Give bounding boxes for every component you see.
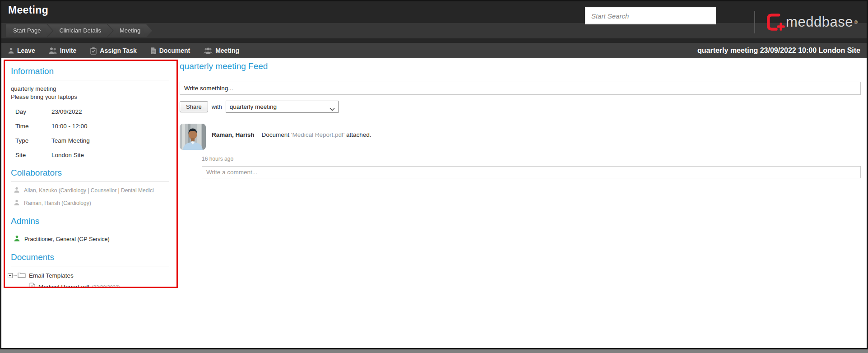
logo-divider <box>754 11 755 33</box>
two-person-icon <box>49 47 57 54</box>
field-type: Type Team Meeting <box>15 137 176 144</box>
file-icon <box>28 283 38 288</box>
field-site: Site London Site <box>15 152 176 158</box>
feed-message-document-link[interactable]: 'Medical Report.pdf' <box>291 131 344 138</box>
share-button[interactable]: Share <box>180 101 208 112</box>
feed-message-prefix: Document <box>262 131 291 138</box>
field-type-value: Team Meeting <box>51 137 90 144</box>
avatar <box>180 124 206 150</box>
breadcrumb-clinician-details[interactable]: Clinician Details <box>47 24 112 37</box>
content-area: Information quarterly meeting Please bri… <box>1 58 867 348</box>
person-icon <box>14 186 20 195</box>
documents-tree: Email Templates Medical Report.pdf (22/0… <box>11 272 176 288</box>
information-heading: Information <box>11 65 169 80</box>
admin-name: Practitioner, General (GP Service) <box>24 236 110 242</box>
assign-task-button[interactable]: Assign Task <box>90 47 136 55</box>
group-icon <box>204 47 213 54</box>
app-window: Meeting Start Page Clinician Details Mee… <box>0 0 868 353</box>
breadcrumb-start-page[interactable]: Start Page <box>6 24 52 37</box>
meddbase-logo-icon <box>765 12 786 33</box>
share-audience-select-wrap: quarterly meeting <box>226 101 339 113</box>
document-icon <box>150 47 157 55</box>
feed-message-suffix: attached. <box>344 131 371 138</box>
meeting-fields: Day 23/09/2022 Time 10:00 - 12:00 Type T… <box>15 108 176 158</box>
meeting-context-label: quarterly meeting 23/09/2022 10:00 Londo… <box>697 46 860 55</box>
invite-button[interactable]: Invite <box>49 47 77 54</box>
app-frame: Meeting Start Page Clinician Details Mee… <box>0 0 868 349</box>
brand-registered-mark: ® <box>854 19 858 25</box>
breadcrumb-meeting[interactable]: Meeting <box>108 24 152 37</box>
tree-file-row[interactable]: Medical Report.pdf (22/09/2022) <box>28 283 176 288</box>
field-day: Day 23/09/2022 <box>15 108 176 115</box>
feed-item-timestamp: 16 hours ago <box>202 156 861 162</box>
tree-folder-label[interactable]: Email Templates <box>29 272 74 279</box>
action-toolbar: Leave Invite Assign Task Document <box>1 43 867 58</box>
collaborator-row: Raman, Harish (Cardiology) <box>14 199 176 207</box>
top-header: Meeting Start Page Clinician Details Mee… <box>1 1 867 43</box>
feed-item-author: Raman, Harish <box>212 131 255 138</box>
field-time: Time 10:00 - 12:00 <box>15 123 176 130</box>
field-type-label: Type <box>15 137 51 144</box>
field-site-value: London Site <box>51 152 84 158</box>
meeting-button-label: Meeting <box>215 47 239 54</box>
collaborator-row: Allan, Kazuko (Cardiology | Counsellor |… <box>14 186 176 195</box>
folder-icon <box>17 272 29 279</box>
field-time-label: Time <box>15 123 51 130</box>
post-input[interactable] <box>180 82 861 95</box>
clipboard-check-icon <box>90 47 97 55</box>
invite-button-label: Invite <box>60 47 77 54</box>
feed-heading: quarterly meeting Feed <box>180 60 861 76</box>
brand-logo: meddbase® <box>754 1 858 43</box>
document-button[interactable]: Document <box>150 47 190 55</box>
field-time-value: 10:00 - 12:00 <box>51 123 88 130</box>
field-site-label: Site <box>15 152 51 158</box>
collaborators-heading: Collaborators <box>11 166 169 182</box>
tree-collapse-toggle-icon[interactable] <box>8 273 13 278</box>
field-day-label: Day <box>15 108 51 115</box>
collaborator-name: Raman, Harish (Cardiology) <box>24 200 91 206</box>
tree-folder-row[interactable]: Email Templates <box>8 272 176 279</box>
share-row: Share with quarterly meeting <box>180 101 861 113</box>
breadcrumb: Start Page Clinician Details Meeting <box>1 23 867 38</box>
tree-file-date: (22/09/2022) <box>92 284 120 288</box>
leave-button[interactable]: Leave <box>8 47 35 54</box>
tree-file-label[interactable]: Medical Report.pdf <box>38 283 89 288</box>
share-with-label: with <box>212 103 222 110</box>
feed-item: Raman, HarishDocument 'Medical Report.pd… <box>180 124 861 150</box>
brand-name: meddbase <box>786 14 853 30</box>
assign-task-button-label: Assign Task <box>100 47 136 54</box>
field-day-value: 23/09/2022 <box>51 108 82 115</box>
person-icon <box>14 235 20 243</box>
admin-row: Practitioner, General (GP Service) <box>14 235 176 243</box>
share-audience-select[interactable]: quarterly meeting <box>226 101 339 113</box>
person-icon <box>14 199 20 207</box>
info-panel: Information quarterly meeting Please bri… <box>4 60 178 288</box>
tree-connector <box>13 275 17 276</box>
document-button-label: Document <box>159 47 190 54</box>
person-icon <box>8 47 14 54</box>
leave-button-label: Leave <box>17 47 35 54</box>
meeting-description-line1: quarterly meeting <box>11 85 176 93</box>
page-title: Meeting <box>8 4 48 16</box>
documents-heading: Documents <box>11 251 169 266</box>
feed-item-text: Raman, HarishDocument 'Medical Report.pd… <box>212 124 371 150</box>
search-input[interactable] <box>585 7 716 24</box>
meeting-feed: quarterly meeting Feed Share with quarte… <box>180 60 861 178</box>
admins-heading: Admins <box>11 214 169 230</box>
meeting-description: quarterly meeting Please bring your lapt… <box>11 85 176 101</box>
comment-input[interactable] <box>202 166 861 178</box>
meeting-button[interactable]: Meeting <box>204 47 239 54</box>
collaborator-name: Allan, Kazuko (Cardiology | Counsellor |… <box>24 187 154 194</box>
meeting-description-line2: Please bring your laptops <box>11 93 176 101</box>
